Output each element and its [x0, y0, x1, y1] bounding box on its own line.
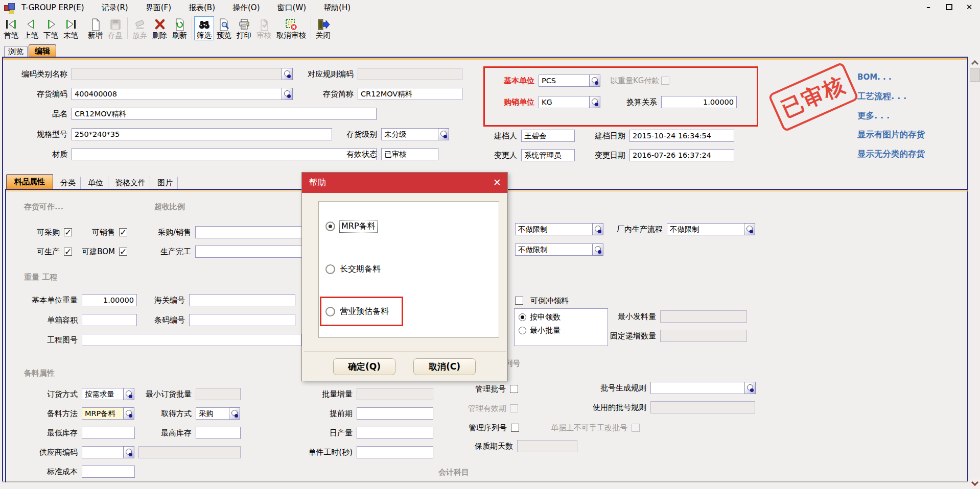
rule-code-input[interactable]	[358, 68, 462, 80]
toolbar-filter-button[interactable]: 筛选	[194, 16, 214, 40]
link-bom[interactable]: BOM. . .	[857, 72, 892, 82]
purchasable-checkbox[interactable]: ✓	[64, 228, 72, 236]
toolbar-new-button[interactable]: 新增	[85, 16, 105, 40]
inventory-short-name-input[interactable]: CR12MOV精料	[358, 88, 462, 100]
backflush-checkbox[interactable]	[515, 297, 523, 305]
no-limit-2-input[interactable]: 不做限制	[515, 243, 593, 256]
lookup-icon[interactable]	[123, 407, 134, 420]
toolbar-close-button[interactable]: 关闭	[313, 16, 333, 40]
issue-by-request[interactable]: 按申领数	[519, 312, 608, 322]
standard-cost-input[interactable]	[82, 466, 135, 478]
min-batch-radio[interactable]	[519, 327, 526, 334]
link-show-unclassified[interactable]: 显示无分类的存货	[857, 149, 925, 160]
toolbar-preview-button[interactable]: 预览	[214, 16, 234, 40]
inventory-code-input[interactable]: 400400008	[72, 88, 282, 100]
supplier-code-input[interactable]	[82, 446, 124, 458]
minimize-button[interactable]: –	[923, 2, 934, 12]
unit-work-time-input[interactable]	[357, 446, 433, 458]
menu-tgroup-erp[interactable]: T-GROUP ERP(E)	[21, 3, 84, 12]
toolbar-prev-button[interactable]: 上笔	[21, 16, 41, 40]
link-process-flow[interactable]: 工艺流程. . .	[857, 91, 906, 102]
dialog-cancel-button[interactable]: 取消(C)	[413, 358, 476, 375]
factory-process-input[interactable]: 不做限制	[667, 223, 744, 235]
tab-qualification-files[interactable]: 资格文件	[110, 176, 150, 189]
max-stock-input[interactable]	[196, 427, 241, 439]
toolbar-first-button[interactable]: 首笔	[1, 16, 21, 40]
lookup-icon[interactable]	[592, 223, 603, 235]
base-unit-weight-input[interactable]: 1.00000	[82, 294, 137, 306]
mrp-stocking-radio[interactable]	[325, 222, 335, 231]
scroll-up-button[interactable]	[970, 57, 980, 68]
tab-edit[interactable]: 编辑	[29, 44, 56, 57]
lead-time-input[interactable]	[357, 407, 433, 420]
tab-classification[interactable]: 分类	[55, 176, 81, 189]
product-name-input[interactable]: CR12MOV精料	[72, 108, 377, 120]
scrollbar-thumb[interactable]	[970, 68, 980, 82]
min-stock-input[interactable]	[82, 427, 135, 439]
lookup-icon[interactable]	[123, 388, 134, 400]
drawing-number-input[interactable]	[82, 334, 301, 346]
customs-code-input[interactable]	[189, 294, 295, 306]
production-finish-ratio-input[interactable]	[195, 246, 302, 258]
option-mrp-stocking[interactable]: MRP备料	[325, 221, 377, 232]
lookup-icon[interactable]	[592, 243, 603, 256]
producible-checkbox[interactable]: ✓	[64, 248, 72, 256]
by-request-radio[interactable]	[519, 313, 526, 321]
scroll-down-button[interactable]	[970, 478, 980, 489]
code-category-name-input[interactable]	[72, 68, 282, 80]
box-volume-input[interactable]	[82, 314, 137, 326]
lookup-icon[interactable]	[589, 75, 600, 87]
manage-lot-checkbox[interactable]	[510, 385, 518, 393]
toolbar-print-button[interactable]: 打印	[234, 16, 254, 40]
close-window-button[interactable]: ✕	[964, 2, 975, 12]
barcode-input[interactable]	[189, 314, 295, 326]
option-long-leadtime-stocking[interactable]: 长交期备料	[325, 264, 381, 275]
link-more[interactable]: 更多. . .	[857, 110, 890, 121]
tab-images[interactable]: 图片	[152, 176, 178, 189]
issue-min-batch[interactable]: 最小批量	[519, 326, 608, 335]
no-limit-1-input[interactable]: 不做限制	[515, 223, 593, 235]
purchase-sales-ratio-input[interactable]	[195, 226, 302, 238]
link-show-with-images[interactable]: 显示有图片的存货	[857, 129, 925, 140]
tab-unit[interactable]: 单位	[83, 176, 108, 189]
lookup-icon[interactable]	[438, 128, 449, 140]
toolbar-last-button[interactable]: 末笔	[61, 16, 81, 40]
tab-browse[interactable]: 浏览	[4, 46, 28, 57]
order-method-input[interactable]: 按需求量	[82, 388, 124, 400]
spec-model-input[interactable]: 250*240*35	[72, 128, 332, 140]
inventory-level-input[interactable]: 未分级	[381, 128, 438, 140]
toolbar-delete-button[interactable]: 删除	[150, 16, 170, 40]
lookup-icon[interactable]	[744, 223, 755, 235]
base-unit-input[interactable]: PCS	[539, 75, 590, 87]
restore-button[interactable]	[943, 2, 954, 12]
menu-interface[interactable]: 界面(F)	[146, 3, 171, 13]
long-leadtime-radio[interactable]	[325, 264, 335, 274]
menu-record[interactable]: 记录(R)	[102, 3, 128, 13]
toolbar-next-button[interactable]: 下笔	[41, 16, 61, 40]
conversion-ratio-input[interactable]: 1.00000	[661, 96, 737, 108]
stocking-method-input[interactable]: MRP备料	[82, 407, 124, 420]
menu-operate[interactable]: 操作(O)	[232, 3, 260, 13]
lookup-icon[interactable]	[282, 88, 293, 100]
lookup-icon[interactable]	[282, 68, 293, 80]
material-input[interactable]	[72, 148, 377, 160]
lot-rule-input[interactable]	[650, 382, 745, 394]
menu-help[interactable]: 帮助(H)	[323, 3, 351, 13]
lookup-icon[interactable]	[589, 96, 600, 108]
acquisition-method-input[interactable]: 采购	[196, 407, 229, 420]
daily-output-input[interactable]	[357, 427, 433, 439]
bom-allowed-checkbox[interactable]: ✓	[119, 248, 127, 256]
toolbar-refresh-button[interactable]: 刷新	[170, 16, 190, 40]
lookup-icon[interactable]	[229, 407, 240, 420]
menu-window[interactable]: 窗口(W)	[277, 3, 307, 13]
dialog-titlebar[interactable]: 帮助	[302, 173, 507, 193]
dialog-close-icon[interactable]: ✕	[493, 177, 501, 188]
toolbar-unaudit-button[interactable]: 取消审核	[274, 16, 309, 40]
sellable-checkbox[interactable]: ✓	[119, 228, 127, 236]
dialog-ok-button[interactable]: 确定(Q)	[333, 358, 395, 375]
menu-report[interactable]: 报表(B)	[189, 3, 215, 13]
lookup-icon[interactable]	[744, 382, 756, 394]
lookup-icon[interactable]	[123, 446, 134, 458]
tab-item-attributes[interactable]: 料品属性	[6, 174, 53, 189]
vertical-scrollbar[interactable]	[969, 57, 980, 489]
